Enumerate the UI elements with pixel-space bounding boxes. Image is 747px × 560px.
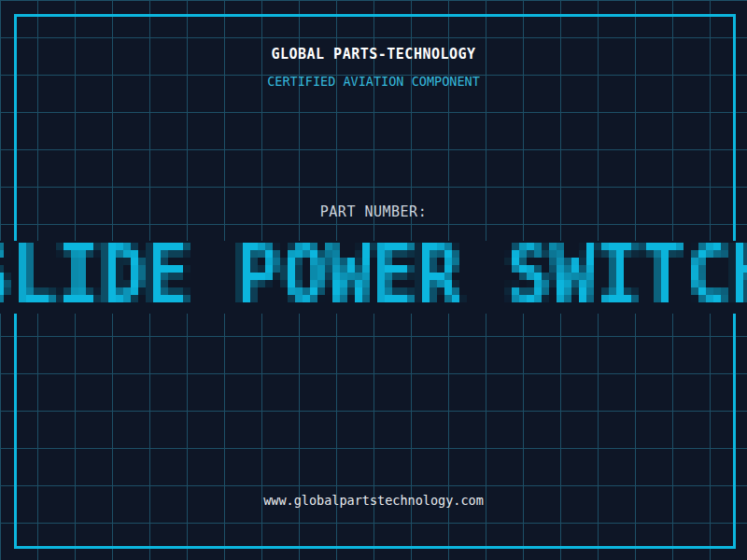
certification-subtitle: CERTIFIED AVIATION COMPONENT [0,73,747,90]
brand-title: GLOBAL PARTS-TECHNOLOGY [0,45,747,63]
part-number-headline [0,241,747,314]
part-number-label: PART NUMBER: [0,203,747,221]
website-footer: www.globalpartstechnology.com [0,492,747,509]
headline-band [0,241,747,314]
